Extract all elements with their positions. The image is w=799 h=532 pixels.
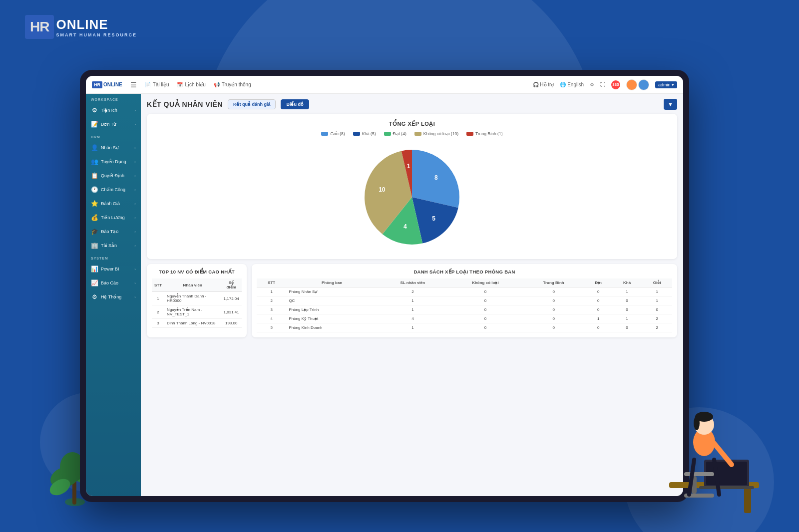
daotao-icon: 🎓	[91, 228, 98, 235]
dept-total: 1	[378, 305, 448, 314]
nav-settings-icon[interactable]: ⚙	[590, 82, 594, 87]
sidebar-item-nhansu[interactable]: 👤 Nhân Sự ›	[86, 141, 141, 155]
legend-color-notype	[414, 132, 421, 136]
sidebar-item-danhgia[interactable]: ⭐ Đánh Giá ›	[86, 197, 141, 211]
top10-score: 1,172.04	[221, 292, 242, 305]
nav-logo: HR ONLINE	[92, 81, 122, 88]
top10-score: 198.00	[221, 319, 242, 328]
dept-excellent: 2	[642, 323, 672, 332]
dept-card: DANH SÁCH XẾP LOẠI THEO PHÒNG BAN STTPhò…	[252, 264, 677, 337]
legend-label-gioi: Giỏi (8)	[330, 131, 345, 136]
top10-name: Đinh Thành Long - NV0018	[164, 319, 221, 328]
sidebar-item-chamcong[interactable]: 🕐 Chấm Công ›	[86, 183, 141, 197]
logo-hr-text: HR	[30, 19, 49, 34]
nav-logo-box: HR	[92, 81, 102, 88]
pie-label: 5	[432, 215, 435, 222]
sidebar-item-daotao[interactable]: 🎓 Đào Tạo ›	[86, 225, 141, 239]
dontu-icon: 📝	[91, 121, 98, 128]
tienluong-icon: 💰	[91, 214, 98, 221]
sidebar-item-powerbi[interactable]: 📊 Power BI ›	[86, 262, 141, 276]
taisan-arrow: ›	[134, 244, 136, 248]
top10-header-nhanvien: Nhân viên	[164, 278, 221, 292]
dept-excellent: 1	[642, 296, 672, 305]
svg-rect-8	[744, 488, 751, 513]
hethong-icon: ⚙	[91, 293, 98, 300]
dept-name: QC	[286, 296, 377, 305]
dept-header-6: Khá	[612, 278, 642, 287]
dept-stt: 4	[257, 314, 286, 323]
filter-button[interactable]: ▼	[664, 99, 677, 110]
dept-name: Phòng Kỹ Thuật	[286, 314, 377, 323]
dept-header-3: Không có loại	[448, 278, 523, 287]
sidebar-item-tuyendung[interactable]: 👥 Tuyển Dụng ›	[86, 155, 141, 169]
dept-excellent: 0	[642, 305, 672, 314]
chart-container: 854101	[154, 142, 670, 252]
baocao-label: Báo Cáo	[101, 280, 118, 285]
quyetdinh-label: Quyết Định	[101, 173, 124, 178]
dept-notype: 0	[448, 314, 523, 323]
dept-excellent: 1	[642, 287, 672, 296]
table-row: 1 Nguyễn Thành Danh - HR0000 1,172.04	[152, 292, 242, 305]
svg-point-15	[694, 416, 700, 430]
chart-legend: Giỏi (8) Khá (5) Đạt (4) Không có l	[154, 131, 670, 136]
hethong-label: Hệ Thống	[101, 294, 121, 299]
dept-pass: 0	[584, 287, 612, 296]
baocao-icon: 📈	[91, 279, 98, 286]
nav-menu-media[interactable]: 📢 Truyền thông	[214, 82, 251, 87]
nav-fullscreen-icon[interactable]: ⛶	[600, 82, 605, 87]
sidebar-item-quyetdinh[interactable]: 📋 Quyết Định ›	[86, 169, 141, 183]
dept-header-1: Phòng ban	[286, 278, 377, 287]
table-row: 3 Phòng Lập Trình 1 0 0 0 0 0	[257, 305, 672, 314]
logo-online-text: ONLINE	[56, 17, 137, 32]
nav-right: 🎧 Hỗ trợ 🌐 English ⚙ ⛶ 365 admin ▾	[533, 79, 677, 90]
top10-title: TOP 10 NV CÓ ĐIỂM CAO NHẤT	[152, 269, 242, 274]
tab-bieudo[interactable]: Biểu đồ	[281, 99, 309, 109]
legend-color-kha	[353, 132, 360, 136]
top10-stt: 2	[152, 305, 164, 319]
tuyendung-icon: 👥	[91, 158, 98, 165]
sidebar-item-dontuu[interactable]: 📝 Đơn Từ ›	[86, 117, 141, 131]
dept-pass: 0	[584, 305, 612, 314]
page-title: KẾT QUẢ NHÂN VIÊN	[147, 100, 223, 108]
dontu-arrow: ›	[134, 122, 136, 127]
nav-menu-documents[interactable]: 📄 Tài liệu	[145, 82, 169, 87]
chamcong-icon: 🕐	[91, 186, 98, 193]
table-row: 4 Phòng Kỹ Thuật 4 0 0 1 1 2	[257, 314, 672, 323]
dept-notype: 0	[448, 296, 523, 305]
taisan-label: Tài Sản	[101, 243, 117, 248]
legend-color-dat	[384, 132, 391, 136]
hamburger-icon[interactable]: ☰	[130, 81, 137, 89]
top10-name: Nguyễn Trần Nam - NV_TEST_1	[164, 305, 221, 319]
danhgia-label: Đánh Giá	[101, 201, 120, 206]
tab-ketqua[interactable]: Kết quả đánh giá	[228, 99, 276, 109]
sidebar-item-tienluong[interactable]: 💰 Tiền Lương ›	[86, 211, 141, 225]
table-row: 3 Đinh Thành Long - NV0018 198.00	[152, 319, 242, 328]
nav-logo-text: ONLINE	[103, 82, 122, 87]
logo-subtitle: SMART HUMAN RESOURCE	[56, 32, 137, 37]
baocao-arrow: ›	[134, 281, 136, 285]
tuyendung-label: Tuyển Dụng	[101, 159, 126, 164]
nav-menu-calendar[interactable]: 📅 Lịch biểu	[177, 82, 205, 87]
admin-menu[interactable]: admin ▾	[655, 81, 677, 88]
nav-support[interactable]: 🎧 Hỗ trợ	[533, 82, 554, 87]
sidebar-item-baocao[interactable]: 📈 Báo Cáo ›	[86, 276, 141, 290]
dept-header-4: Trung Bình	[523, 278, 584, 287]
tienluong-arrow: ›	[134, 216, 136, 220]
dept-good: 0	[612, 323, 642, 332]
notification-badge[interactable]: 365	[611, 80, 620, 89]
dept-pass: 0	[584, 323, 612, 332]
legend-label-kha: Khá (5)	[362, 131, 376, 136]
sidebar-item-tienich[interactable]: ⚙ Tiện Ích ›	[86, 103, 141, 117]
legend-item-dat: Đạt (4)	[384, 131, 406, 136]
chart-title: TỔNG XẾP LOẠI	[154, 121, 670, 127]
legend-item-kha: Khá (5)	[353, 131, 376, 136]
top10-score: 1,031.41	[221, 305, 242, 319]
nav-language[interactable]: 🌐 English	[560, 82, 584, 87]
nav-menu-items: 📄 Tài liệu 📅 Lịch biểu 📢 Truyền thông	[145, 82, 251, 87]
sidebar-item-taisan[interactable]: 🏢 Tài Sản ›	[86, 239, 141, 253]
dept-header-0: STT	[257, 278, 286, 287]
hethong-arrow: ›	[134, 295, 136, 299]
chart-card: TỔNG XẾP LOẠI Giỏi (8) Khá (5) Đạt (4	[147, 114, 677, 259]
sidebar-item-hethong[interactable]: ⚙ Hệ Thống ›	[86, 290, 141, 304]
svg-rect-11	[699, 486, 754, 489]
